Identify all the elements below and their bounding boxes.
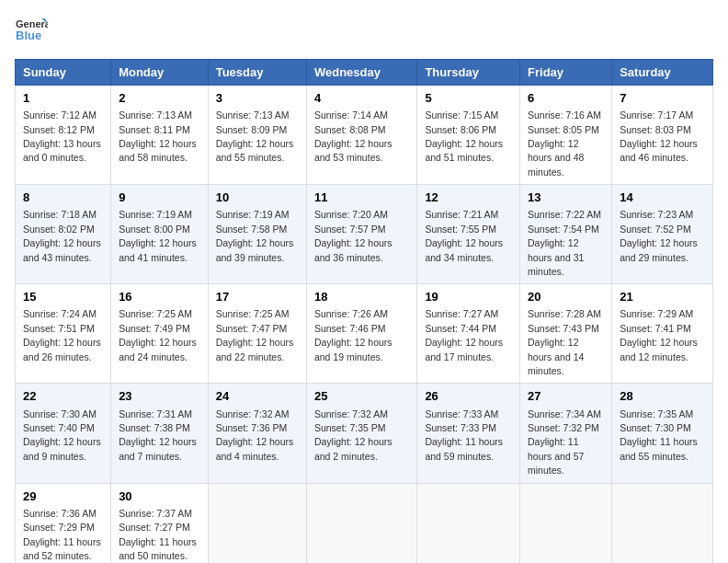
sunrise-text: Sunrise: 7:29 AM: [620, 308, 693, 319]
day-cell: 23 Sunrise: 7:31 AM Sunset: 7:38 PM Dayl…: [111, 384, 209, 483]
sunset-text: Sunset: 7:54 PM: [528, 224, 599, 235]
day-number: 8: [23, 190, 103, 206]
day-cell: 18 Sunrise: 7:26 AM Sunset: 7:46 PM Dayl…: [306, 284, 416, 384]
day-cell: 17 Sunrise: 7:25 AM Sunset: 7:47 PM Dayl…: [208, 284, 306, 384]
sunset-text: Sunset: 7:57 PM: [314, 224, 386, 235]
sunrise-text: Sunrise: 7:25 AM: [119, 308, 192, 319]
daylight-text: Daylight: 12 hours and 31 minutes.: [528, 237, 584, 277]
daylight-text: Daylight: 12 hours and 24 minutes.: [119, 337, 197, 362]
sunset-text: Sunset: 7:49 PM: [119, 323, 190, 334]
calendar-header-row: SundayMondayTuesdayWednesdayThursdayFrid…: [16, 60, 713, 86]
sunset-text: Sunset: 7:44 PM: [425, 323, 496, 334]
sunset-text: Sunset: 8:06 PM: [425, 124, 496, 135]
daylight-text: Daylight: 12 hours and 7 minutes.: [119, 436, 197, 461]
daylight-text: Daylight: 12 hours and 29 minutes.: [620, 237, 698, 262]
day-number: 12: [425, 190, 512, 206]
sunrise-text: Sunrise: 7:34 AM: [528, 408, 601, 419]
sunrise-text: Sunrise: 7:35 AM: [620, 408, 693, 419]
sunset-text: Sunset: 7:43 PM: [528, 323, 599, 334]
day-number: 7: [620, 90, 705, 107]
day-cell: 27 Sunrise: 7:34 AM Sunset: 7:32 PM Dayl…: [520, 384, 612, 483]
daylight-text: Daylight: 11 hours and 57 minutes.: [528, 436, 584, 476]
week-row-5: 29 Sunrise: 7:36 AM Sunset: 7:29 PM Dayl…: [16, 483, 713, 563]
day-number: 19: [425, 289, 512, 305]
sunrise-text: Sunrise: 7:18 AM: [23, 209, 97, 220]
sunset-text: Sunset: 8:05 PM: [528, 124, 599, 135]
day-cell: 8 Sunrise: 7:18 AM Sunset: 8:02 PM Dayli…: [16, 185, 111, 284]
sunrise-text: Sunrise: 7:27 AM: [425, 308, 498, 319]
day-cell: 24 Sunrise: 7:32 AM Sunset: 7:36 PM Dayl…: [208, 384, 306, 483]
sunset-text: Sunset: 7:35 PM: [314, 422, 386, 433]
day-number: 18: [314, 289, 409, 305]
sunset-text: Sunset: 8:00 PM: [119, 224, 190, 235]
day-number: 1: [23, 90, 103, 107]
day-cell: 5 Sunrise: 7:15 AM Sunset: 8:06 PM Dayli…: [417, 86, 520, 185]
daylight-text: Daylight: 11 hours and 59 minutes.: [425, 436, 503, 461]
sunrise-text: Sunrise: 7:24 AM: [23, 308, 97, 319]
day-cell: 4 Sunrise: 7:14 AM Sunset: 8:08 PM Dayli…: [306, 86, 416, 185]
sunrise-text: Sunrise: 7:12 AM: [23, 109, 97, 121]
sunset-text: Sunset: 7:30 PM: [620, 422, 691, 433]
week-row-2: 8 Sunrise: 7:18 AM Sunset: 8:02 PM Dayli…: [16, 185, 713, 284]
daylight-text: Daylight: 12 hours and 53 minutes.: [314, 138, 392, 163]
sunset-text: Sunset: 8:11 PM: [119, 124, 190, 135]
day-cell: 10 Sunrise: 7:19 AM Sunset: 7:58 PM Dayl…: [208, 185, 306, 284]
day-number: 15: [23, 289, 103, 305]
day-number: 16: [119, 289, 200, 305]
day-cell: 21 Sunrise: 7:29 AM Sunset: 7:41 PM Dayl…: [612, 284, 713, 384]
daylight-text: Daylight: 12 hours and 17 minutes.: [425, 337, 503, 362]
daylight-text: Daylight: 11 hours and 55 minutes.: [620, 436, 698, 461]
sunrise-text: Sunrise: 7:28 AM: [528, 308, 601, 319]
day-cell: 30 Sunrise: 7:37 AM Sunset: 7:27 PM Dayl…: [111, 483, 209, 563]
day-number: 9: [119, 190, 200, 206]
day-cell: 29 Sunrise: 7:36 AM Sunset: 7:29 PM Dayl…: [16, 483, 111, 563]
sunset-text: Sunset: 7:33 PM: [425, 422, 496, 433]
sunrise-text: Sunrise: 7:30 AM: [23, 408, 97, 419]
day-number: 29: [23, 488, 103, 505]
day-cell: 20 Sunrise: 7:28 AM Sunset: 7:43 PM Dayl…: [520, 284, 612, 384]
day-number: 23: [119, 388, 200, 405]
daylight-text: Daylight: 12 hours and 14 minutes.: [528, 337, 584, 376]
sunset-text: Sunset: 7:47 PM: [216, 323, 288, 334]
sunrise-text: Sunrise: 7:13 AM: [216, 109, 290, 121]
daylight-text: Daylight: 12 hours and 4 minutes.: [216, 436, 294, 461]
daylight-text: Daylight: 12 hours and 2 minutes.: [314, 436, 392, 461]
sunset-text: Sunset: 7:40 PM: [23, 422, 95, 433]
day-cell: 1 Sunrise: 7:12 AM Sunset: 8:12 PM Dayli…: [16, 86, 111, 185]
day-cell: [208, 483, 306, 563]
daylight-text: Daylight: 12 hours and 39 minutes.: [216, 237, 294, 262]
sunrise-text: Sunrise: 7:13 AM: [119, 109, 192, 121]
sunrise-text: Sunrise: 7:32 AM: [314, 408, 388, 419]
daylight-text: Daylight: 12 hours and 19 minutes.: [314, 337, 392, 362]
sunrise-text: Sunrise: 7:33 AM: [425, 408, 498, 419]
sunset-text: Sunset: 7:27 PM: [119, 522, 190, 533]
day-cell: 16 Sunrise: 7:25 AM Sunset: 7:49 PM Dayl…: [111, 284, 209, 384]
sunrise-text: Sunrise: 7:32 AM: [216, 408, 290, 419]
sunset-text: Sunset: 7:46 PM: [314, 323, 386, 334]
day-number: 14: [620, 190, 705, 206]
day-cell: 26 Sunrise: 7:33 AM Sunset: 7:33 PM Dayl…: [417, 384, 520, 483]
daylight-text: Daylight: 12 hours and 9 minutes.: [23, 436, 101, 461]
sunset-text: Sunset: 7:55 PM: [425, 224, 496, 235]
calendar-table: SundayMondayTuesdayWednesdayThursdayFrid…: [15, 59, 713, 563]
sunset-text: Sunset: 8:12 PM: [23, 124, 95, 135]
day-cell: 28 Sunrise: 7:35 AM Sunset: 7:30 PM Dayl…: [612, 384, 713, 483]
sunrise-text: Sunrise: 7:14 AM: [314, 109, 388, 121]
sunrise-text: Sunrise: 7:31 AM: [119, 408, 192, 419]
sunset-text: Sunset: 7:38 PM: [119, 422, 190, 433]
sunset-text: Sunset: 7:41 PM: [620, 323, 691, 334]
sunrise-text: Sunrise: 7:26 AM: [314, 308, 388, 319]
daylight-text: Daylight: 12 hours and 51 minutes.: [425, 138, 503, 163]
week-row-4: 22 Sunrise: 7:30 AM Sunset: 7:40 PM Dayl…: [16, 384, 713, 483]
daylight-text: Daylight: 12 hours and 26 minutes.: [23, 337, 101, 362]
sunrise-text: Sunrise: 7:19 AM: [216, 209, 290, 220]
header-wednesday: Wednesday: [306, 60, 416, 86]
day-number: 27: [528, 388, 604, 405]
daylight-text: Daylight: 13 hours and 0 minutes.: [23, 138, 101, 163]
day-number: 26: [425, 388, 512, 405]
day-cell: [520, 483, 612, 563]
header-saturday: Saturday: [612, 60, 713, 86]
sunset-text: Sunset: 8:03 PM: [620, 124, 691, 135]
day-number: 28: [620, 388, 705, 405]
sunset-text: Sunset: 7:58 PM: [216, 224, 288, 235]
